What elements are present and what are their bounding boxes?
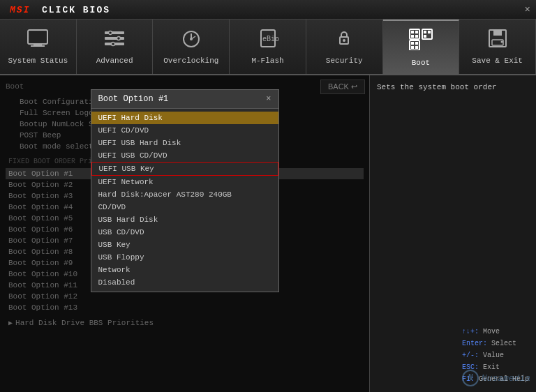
advanced-icon [103, 29, 126, 52]
svg-rect-3 [29, 31, 46, 43]
svg-rect-33 [493, 30, 502, 36]
modal-option-hdd-apacer[interactable]: Hard Disk:Apacer AST280 240GB [91, 188, 278, 201]
svg-point-13 [190, 38, 193, 40]
modal-list: UEFI Hard Disk UEFI CD/DVD UEFI USB Hard… [91, 109, 278, 292]
tab-security[interactable]: Security [306, 20, 383, 74]
main-content: BACK ↩ Boot Boot Configuration Full Scre… [0, 75, 536, 392]
svg-point-9 [112, 43, 115, 46]
svg-rect-19 [411, 31, 414, 33]
svg-point-17 [343, 39, 345, 42]
boot-icon [408, 28, 433, 54]
tab-m-flash[interactable]: eBios M-Flash [230, 20, 306, 74]
watermark-text: Nusamedia [482, 373, 530, 384]
svg-rect-29 [415, 42, 418, 45]
modal-option-uefi-hdd[interactable]: UEFI Hard Disk [91, 112, 278, 124]
svg-rect-21 [411, 35, 414, 38]
modal-option-usb-hdd[interactable]: USB Hard Disk [91, 213, 278, 226]
svg-rect-22 [415, 35, 418, 38]
modal-option-usb-floppy[interactable]: USB Floppy [91, 251, 278, 264]
svg-rect-28 [411, 42, 414, 45]
modal-option-disabled[interactable]: Disabled [91, 276, 278, 289]
overclocking-icon [180, 29, 202, 52]
svg-rect-20 [415, 31, 418, 33]
modal-title: Boot Option #1 [98, 94, 169, 104]
modal-option-uefi-usb-cd[interactable]: UEFI USB CD/DVD [91, 149, 278, 162]
tab-security-label: Security [326, 56, 363, 65]
tab-save-exit[interactable]: Save & Exit [459, 20, 536, 74]
svg-rect-2 [31, 45, 45, 47]
svg-rect-30 [411, 46, 414, 49]
watermark-icon: N [462, 370, 479, 386]
svg-rect-5 [105, 37, 124, 40]
tab-system-status-label: System Status [8, 56, 68, 65]
svg-rect-24 [424, 31, 426, 33]
svg-rect-31 [415, 46, 418, 49]
svg-point-8 [117, 37, 121, 40]
modal-header: Boot Option #1 × [91, 90, 278, 109]
tab-m-flash-label: M-Flash [251, 56, 283, 65]
msi-logo: msi CLICK BIOS [6, 3, 110, 16]
modal-overlay: Boot Option #1 × UEFI Hard Disk UEFI CD/… [0, 75, 369, 392]
svg-rect-26 [424, 35, 426, 38]
close-button[interactable]: × [525, 4, 530, 15]
security-icon [333, 29, 355, 52]
modal-option-usb-key[interactable]: USB Key [91, 239, 278, 251]
key-help-move: ↑↓+: Move [462, 326, 529, 338]
modal-option-uefi-usb-hdd[interactable]: UEFI USB Hard Disk [91, 137, 278, 149]
modal-option-cd-dvd[interactable]: CD/DVD [91, 201, 278, 213]
modal-option-network[interactable]: Network [91, 264, 278, 276]
svg-point-7 [109, 31, 112, 35]
help-text: Sets the system boot order [377, 82, 529, 93]
modal-close-button[interactable]: × [266, 94, 271, 104]
tab-overclocking[interactable]: Overclocking [153, 20, 230, 74]
tab-boot-label: Boot [412, 59, 430, 67]
boot-option-modal: Boot Option #1 × UEFI Hard Disk UEFI CD/… [91, 89, 279, 292]
top-bar: msi CLICK BIOS × [0, 0, 536, 20]
modal-option-usb-cd[interactable]: USB CD/DVD [91, 226, 278, 239]
tab-system-status[interactable]: System Status [0, 20, 77, 74]
svg-rect-25 [428, 31, 431, 33]
left-panel: BACK ↩ Boot Boot Configuration Full Scre… [0, 75, 370, 392]
tab-boot[interactable]: Boot [383, 20, 460, 74]
watermark: N Nusamedia [462, 370, 530, 386]
modal-option-uefi-usb-key[interactable]: UEFI USB Key [91, 162, 278, 176]
tab-advanced[interactable]: Advanced [77, 20, 154, 74]
tab-advanced-label: Advanced [96, 56, 133, 65]
modal-option-uefi-cd[interactable]: UEFI CD/DVD [91, 124, 278, 137]
modal-option-uefi-network[interactable]: UEFI Network [91, 176, 278, 188]
save-exit-icon [486, 29, 509, 52]
svg-rect-4 [105, 31, 124, 34]
tab-overclocking-label: Overclocking [163, 56, 218, 65]
app-subtitle: CLICK BIOS [42, 5, 110, 15]
svg-text:eBios: eBios [262, 35, 279, 43]
svg-point-35 [500, 41, 502, 43]
right-panel: Sets the system boot order ↑↓+: Move Ent… [370, 75, 536, 392]
key-help-value: +/-: Value [462, 349, 529, 361]
tab-save-exit-label: Save & Exit [472, 56, 523, 65]
key-help-enter: Enter: Select [462, 338, 529, 349]
system-status-icon [27, 29, 49, 52]
nav-tabs: System Status Advanced Overclocking [0, 20, 536, 75]
m-flash-icon: eBios [257, 29, 279, 52]
